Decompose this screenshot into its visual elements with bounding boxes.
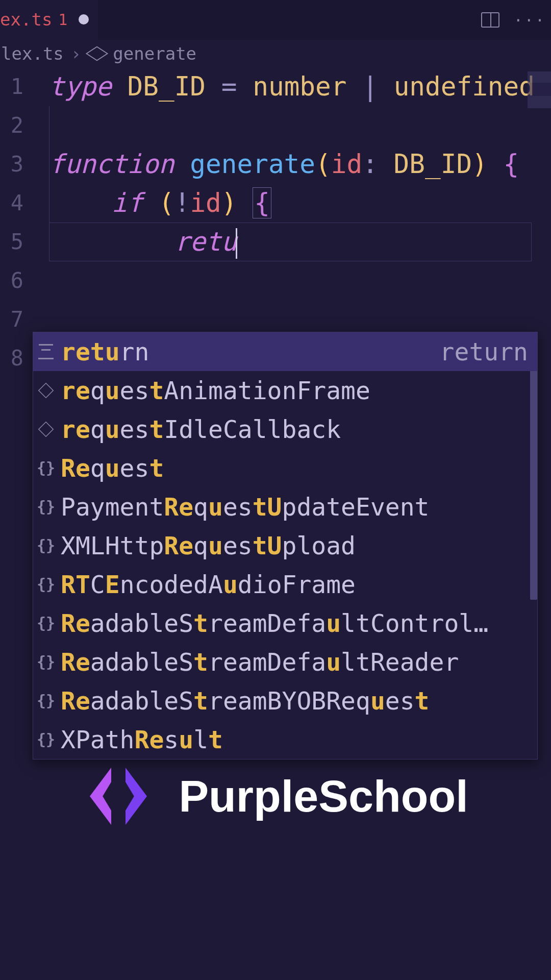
code-editor[interactable]: 1 2 3 4 5 6 7 8 type DB_ID = number | un…: [0, 67, 551, 261]
line-number: 2: [0, 106, 31, 145]
line-number: 7: [0, 300, 31, 339]
iface-icon: {}: [38, 577, 54, 592]
line-number: 8: [0, 339, 31, 378]
autocomplete-label: RTCEncodedAudioFrame: [61, 565, 356, 604]
iface-icon: {}: [38, 616, 54, 631]
autocomplete-label: XMLHttpRequestUpload: [61, 526, 356, 565]
autocomplete-label: ReadableStreamDefaultControl…: [61, 604, 488, 643]
autocomplete-label: Request: [61, 449, 164, 487]
autocomplete-label: requestAnimationFrame: [61, 371, 370, 410]
line-number: 6: [0, 261, 31, 300]
autocomplete-item[interactable]: {}ReadableStreamBYOBRequest: [33, 681, 537, 720]
editor-title-actions: ···: [481, 0, 546, 40]
tab-bar: ex.ts 1 ···: [0, 0, 551, 40]
unsaved-dot-icon: [79, 14, 89, 24]
autocomplete-popup[interactable]: returnreturnrequestAnimationFramerequest…: [33, 332, 538, 760]
line-number-gutter: 1 2 3 4 5 6 7 8: [0, 67, 31, 378]
iface-icon: {}: [38, 693, 54, 708]
autocomplete-item[interactable]: returnreturn: [33, 332, 537, 371]
autocomplete-label: requestIdleCallback: [61, 410, 341, 449]
autocomplete-label: return: [61, 332, 149, 371]
autocomplete-item[interactable]: requestIdleCallback: [33, 410, 537, 449]
iface-icon: {}: [38, 538, 54, 553]
line-number: 3: [0, 145, 31, 184]
autocomplete-item[interactable]: {}PaymentRequestUpdateEvent: [33, 487, 537, 526]
code-line[interactable]: if (!id) {: [49, 184, 551, 223]
func-icon: [38, 422, 54, 437]
current-line-highlight: [49, 223, 532, 261]
split-editor-icon[interactable]: [481, 12, 499, 28]
iface-icon: {}: [38, 654, 54, 670]
tab-filename: ex.ts: [0, 9, 52, 30]
keyword-icon: [38, 344, 54, 359]
code-line[interactable]: type DB_ID = number | undefined: [49, 67, 551, 106]
brand-logo-icon: [83, 761, 154, 832]
brand-footer: PurpleSchool: [0, 761, 551, 832]
autocomplete-label: ReadableStreamDefaultReader: [61, 643, 459, 681]
iface-icon: {}: [38, 732, 54, 747]
code-line[interactable]: function generate(id: DB_ID) {: [49, 145, 551, 184]
line-number: 5: [0, 223, 31, 261]
minimap[interactable]: [528, 71, 551, 133]
autocomplete-item[interactable]: {}ReadableStreamDefaultReader: [33, 643, 537, 681]
tab-problem-count: 1: [58, 11, 67, 29]
more-actions-icon[interactable]: ···: [514, 11, 546, 29]
autocomplete-item[interactable]: {}XMLHttpRequestUpload: [33, 526, 537, 565]
autocomplete-label: XPathResult: [61, 720, 223, 759]
iface-icon: {}: [38, 499, 54, 514]
autocomplete-item[interactable]: {}ReadableStreamDefaultControl…: [33, 604, 537, 643]
breadcrumb-symbol[interactable]: generate: [113, 43, 196, 64]
autocomplete-item[interactable]: {}Request: [33, 449, 537, 487]
autocomplete-item[interactable]: {}RTCEncodedAudioFrame: [33, 565, 537, 604]
autocomplete-label: PaymentRequestUpdateEvent: [61, 487, 430, 526]
chevron-right-icon: ›: [71, 43, 81, 64]
line-number: 1: [0, 67, 31, 106]
autocomplete-hint: return: [440, 332, 528, 371]
autocomplete-label: ReadableStreamBYOBRequest: [61, 681, 430, 720]
code-line[interactable]: [49, 106, 551, 145]
autocomplete-item[interactable]: requestAnimationFrame: [33, 371, 537, 410]
breadcrumb-file[interactable]: lex.ts: [1, 43, 64, 64]
iface-icon: {}: [38, 460, 54, 476]
editor-tab[interactable]: ex.ts 1: [0, 0, 98, 40]
brand-name: PurpleSchool: [179, 770, 468, 822]
autocomplete-item[interactable]: {}XPathResult: [33, 720, 537, 759]
symbol-cube-icon: [86, 46, 109, 61]
line-number: 4: [0, 184, 31, 223]
func-icon: [38, 383, 54, 399]
breadcrumb[interactable]: lex.ts › generate: [0, 40, 551, 67]
